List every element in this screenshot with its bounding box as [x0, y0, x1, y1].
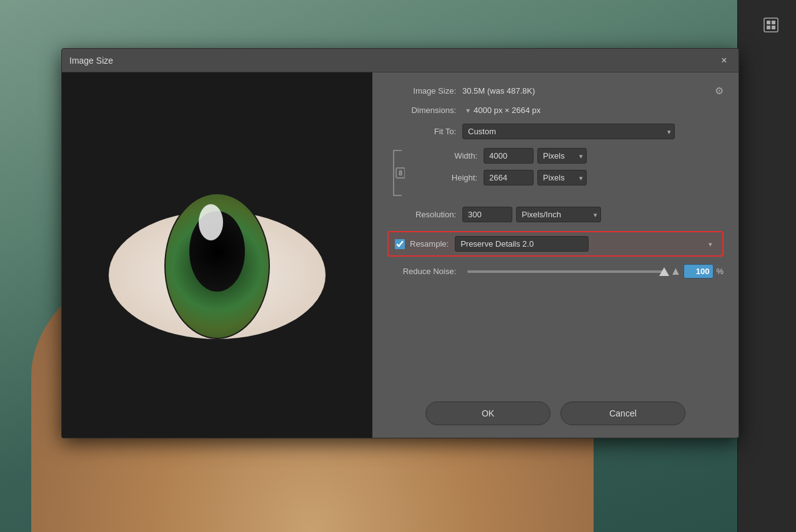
- resample-select[interactable]: Preserve Details 2.0 Automatic Preserve …: [455, 236, 589, 252]
- resample-checkbox[interactable]: [395, 239, 405, 249]
- slider-track: [467, 270, 665, 273]
- cancel-button[interactable]: Cancel: [560, 401, 685, 425]
- resolution-label: Resolution:: [387, 210, 456, 219]
- svg-rect-3: [767, 26, 770, 29]
- image-size-row: Image Size: 30.5M (was 487.8K) ⚙: [387, 85, 724, 97]
- width-unit-select[interactable]: Pixels Percent Inches: [537, 148, 587, 164]
- slider-triangle-icon: ▲: [670, 265, 682, 278]
- svg-rect-1: [767, 21, 770, 24]
- width-row: Width: Pixels Percent Inches: [409, 148, 724, 164]
- image-size-dialog: Image Size × Image Size: 30.5M (was 487.…: [61, 48, 739, 438]
- fit-to-select[interactable]: Custom Default Photoshop Size U.S. Paper…: [462, 124, 675, 139]
- controls-area: Image Size: 30.5M (was 487.8K) ⚙ Dimensi…: [372, 72, 739, 438]
- preview-area: [62, 72, 372, 438]
- reduce-noise-row: Reduce Noise: ▲ %: [387, 264, 724, 278]
- height-unit-wrapper: Pixels Percent Inches: [537, 170, 587, 185]
- width-height-rows: Width: Pixels Percent Inches Height:: [409, 148, 724, 198]
- button-row: OK Cancel: [387, 401, 724, 425]
- percent-label: %: [716, 267, 724, 276]
- image-size-value: 30.5M (was 487.8K): [462, 86, 535, 96]
- image-size-label: Image Size:: [387, 86, 456, 96]
- dimensions-dropdown-arrow[interactable]: ▾: [466, 106, 470, 115]
- resolution-input[interactable]: [462, 207, 512, 222]
- height-label: Height:: [409, 173, 477, 182]
- resolution-unit-wrapper: Pixels/Inch Pixels/Centimeter: [516, 207, 601, 222]
- dimensions-value: 4000 px × 2664 px: [474, 106, 540, 115]
- width-label: Width:: [409, 151, 477, 160]
- eye-preview-image: [62, 72, 372, 438]
- dialog-body: Image Size: 30.5M (was 487.8K) ⚙ Dimensi…: [62, 72, 739, 438]
- width-height-section: 8 Width: Pixels Percent Inches: [387, 148, 724, 198]
- fit-to-row: Fit To: Custom Default Photoshop Size U.…: [387, 124, 724, 139]
- ok-button[interactable]: OK: [425, 401, 550, 425]
- panel-icon: [759, 12, 784, 37]
- fit-to-label: Fit To:: [387, 127, 456, 136]
- reduce-noise-label: Reduce Noise:: [387, 267, 456, 276]
- eye-highlight: [199, 204, 224, 241]
- noise-input[interactable]: [684, 264, 714, 278]
- svg-text:8: 8: [399, 170, 402, 177]
- resample-row: Resample: Preserve Details 2.0 Automatic…: [387, 231, 724, 257]
- resolution-unit-select[interactable]: Pixels/Inch Pixels/Centimeter: [516, 207, 601, 222]
- dialog-title: Image Size: [69, 56, 113, 66]
- chain-link-col: 8: [387, 148, 406, 198]
- resample-select-wrapper: Preserve Details 2.0 Automatic Preserve …: [455, 236, 716, 252]
- resolution-row: Resolution: Pixels/Inch Pixels/Centimete…: [387, 207, 724, 222]
- right-panel: [737, 0, 796, 532]
- height-row: Height: Pixels Percent Inches: [409, 170, 724, 185]
- svg-rect-0: [764, 18, 778, 32]
- width-unit-wrapper: Pixels Percent Inches: [537, 148, 587, 164]
- slider-thumb[interactable]: [659, 267, 669, 276]
- width-input[interactable]: [484, 148, 534, 164]
- close-button[interactable]: ×: [717, 54, 731, 67]
- height-unit-select[interactable]: Pixels Percent Inches: [537, 170, 587, 185]
- svg-rect-2: [772, 21, 775, 24]
- dimensions-row: Dimensions: ▾ 4000 px × 2664 px: [387, 106, 724, 115]
- dialog-titlebar: Image Size ×: [62, 49, 739, 72]
- height-input[interactable]: [484, 170, 534, 185]
- noise-slider-container: [467, 270, 665, 273]
- dimensions-label: Dimensions:: [387, 106, 456, 115]
- chain-link-icon: 8: [389, 148, 405, 198]
- gear-icon[interactable]: ⚙: [715, 85, 724, 97]
- fit-to-select-wrapper: Custom Default Photoshop Size U.S. Paper…: [462, 124, 675, 139]
- svg-rect-4: [772, 26, 775, 29]
- spacer: [387, 291, 724, 401]
- resample-label: Resample:: [410, 239, 449, 249]
